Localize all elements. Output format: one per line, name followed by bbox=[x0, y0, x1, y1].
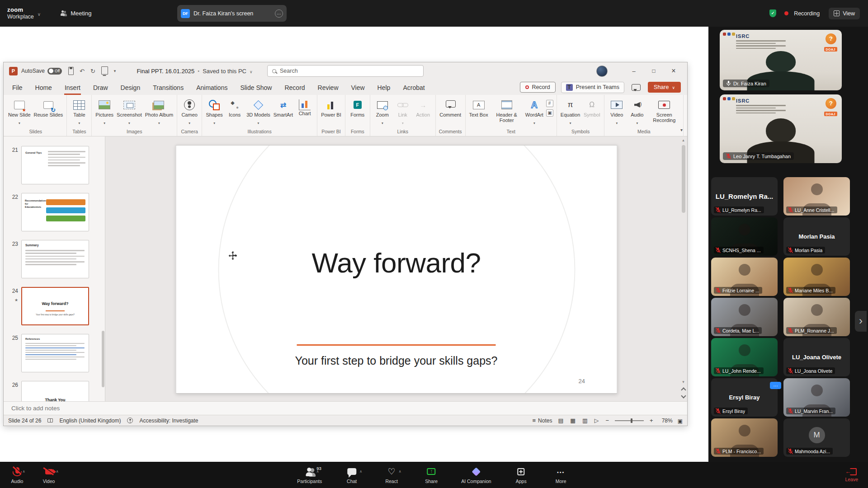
scroll-up-icon[interactable] bbox=[682, 138, 684, 142]
chevron-up-icon[interactable] bbox=[316, 466, 319, 474]
maximize-button[interactable] bbox=[644, 62, 664, 80]
chevron-up-icon[interactable] bbox=[359, 466, 362, 474]
notes-pane[interactable]: Click to add notes bbox=[4, 401, 687, 415]
participant-tile[interactable]: MMahmooda Azi... bbox=[783, 418, 850, 457]
expand-gallery-button[interactable] bbox=[855, 311, 867, 332]
menu-slide-show[interactable]: Slide Show bbox=[240, 80, 272, 95]
ribbon-cameo-button[interactable]: Cameo bbox=[179, 96, 199, 127]
object-icon[interactable] bbox=[546, 109, 553, 117]
participant-tile[interactable]: LU_John Rende... bbox=[711, 338, 778, 376]
react-button[interactable]: React bbox=[382, 466, 401, 484]
chevron-up-icon[interactable] bbox=[399, 466, 401, 474]
scroll-down-icon[interactable] bbox=[682, 380, 684, 384]
participant-tile[interactable]: LU_Marvin Fran... bbox=[783, 378, 850, 417]
zoom-in-button[interactable]: + bbox=[649, 417, 654, 424]
meeting-tab[interactable]: Meeting bbox=[56, 7, 96, 19]
participant-tile[interactable]: LU_Joana OliveteLU_Joana Olivete bbox=[783, 338, 850, 376]
accessibility-status[interactable]: Accessibility: Investigate bbox=[139, 418, 198, 424]
slideshow-button[interactable] bbox=[594, 417, 600, 424]
ribbon-screen-recording-button[interactable]: Screen Recording bbox=[647, 96, 681, 124]
ribbon-equation-button[interactable]: Equation bbox=[559, 96, 581, 127]
slide-thumb-row[interactable]: 22Recommendations for Educationists bbox=[4, 193, 105, 231]
ribbon-pictures-button[interactable]: Pictures bbox=[94, 96, 115, 127]
slide-thumb-row[interactable]: 26Thank You bbox=[4, 381, 105, 401]
redo-icon[interactable] bbox=[90, 67, 95, 75]
account-avatar[interactable] bbox=[596, 66, 608, 77]
audio-button[interactable]: Audio bbox=[7, 466, 27, 484]
slide-thumbnail[interactable]: Summary bbox=[21, 240, 89, 278]
close-button[interactable] bbox=[664, 62, 684, 80]
share-button[interactable]: Share bbox=[648, 82, 681, 93]
autosave-toggle[interactable]: AutoSave Off bbox=[21, 68, 62, 75]
ribbon-screenshot-button[interactable]: Screenshot bbox=[115, 96, 143, 127]
participant-tile[interactable]: Mariane Miles B... bbox=[783, 258, 850, 296]
fit-to-window-icon[interactable] bbox=[678, 417, 683, 425]
reading-view-button[interactable] bbox=[581, 417, 589, 424]
ribbon-zoom-button[interactable]: Zoom bbox=[373, 96, 392, 127]
slide-number-icon[interactable] bbox=[546, 100, 553, 107]
ribbon-wordart-button[interactable]: WordArt bbox=[524, 96, 545, 127]
slide-thumb-row[interactable]: 23Summary bbox=[4, 240, 105, 278]
zoom-slider[interactable] bbox=[615, 420, 644, 421]
recording-indicator[interactable]: Recording bbox=[794, 10, 820, 17]
ribbon-new-slide-button[interactable]: New Slide bbox=[7, 96, 32, 127]
menu-insert[interactable]: Insert bbox=[64, 80, 81, 95]
record-button[interactable]: Record bbox=[520, 82, 555, 93]
more-reactions-badge[interactable] bbox=[770, 382, 781, 389]
slide-thumb-row[interactable]: 25References bbox=[4, 334, 105, 372]
participant-tile[interactable]: LU_Romelyn Ra...LU_Romelyn Ra... bbox=[711, 177, 778, 216]
participant-tile[interactable]: Ersyl BirayErsyl Biray bbox=[711, 378, 778, 417]
encryption-shield-icon[interactable] bbox=[769, 9, 776, 17]
document-title[interactable]: Final PPT. 16.01.2025 • Saved to this PC bbox=[137, 67, 252, 75]
menu-record[interactable]: Record bbox=[284, 80, 305, 95]
menu-acrobat[interactable]: Acrobat bbox=[402, 80, 425, 95]
chevron-down-icon[interactable] bbox=[38, 9, 41, 18]
menu-view[interactable]: View bbox=[351, 80, 365, 95]
slide-thumbnail[interactable]: Thank You bbox=[21, 381, 89, 401]
video-button[interactable]: Video bbox=[39, 466, 59, 484]
notes-toggle[interactable]: Notes bbox=[532, 417, 552, 424]
ribbon-forms-button[interactable]: Forms bbox=[348, 96, 368, 118]
slide-canvas[interactable]: Way forward? Your first step to bridge y… bbox=[175, 145, 617, 394]
slide-thumbnail[interactable]: General Tips bbox=[21, 146, 89, 184]
participant-tile[interactable]: PLM - Francisco... bbox=[711, 418, 778, 457]
more-options-icon[interactable] bbox=[275, 9, 283, 18]
comments-icon[interactable] bbox=[632, 84, 641, 91]
slide-sorter-button[interactable] bbox=[569, 417, 576, 424]
shared-screen-tab[interactable]: DF Dr. Faiza Kiran's screen bbox=[177, 5, 287, 22]
menu-file[interactable]: File bbox=[12, 80, 23, 95]
previous-slide-icon[interactable] bbox=[681, 387, 686, 392]
menu-home[interactable]: Home bbox=[35, 80, 52, 95]
view-button[interactable]: View bbox=[829, 8, 860, 19]
slide-thumb-row[interactable]: 21General Tips bbox=[4, 146, 105, 184]
ribbon-text-box-button[interactable]: Text Box bbox=[468, 96, 490, 118]
ribbon-power-bi-button[interactable]: Power BI bbox=[320, 96, 343, 118]
ribbon-video-button[interactable]: Video bbox=[607, 96, 627, 127]
language-indicator[interactable]: English (United Kingdom) bbox=[59, 418, 121, 424]
zoom-out-button[interactable]: − bbox=[604, 417, 610, 424]
video-tile[interactable]: ISRCDOAJDr. Faiza Kiran bbox=[720, 30, 842, 90]
participant-tile[interactable]: Fritzie Lorraine ... bbox=[711, 258, 778, 296]
ribbon-3d-models-button[interactable]: 3D Models bbox=[245, 96, 272, 127]
menu-help[interactable]: Help bbox=[377, 80, 391, 95]
ribbon-audio-button[interactable]: Audio bbox=[627, 96, 647, 127]
ai-companion-button[interactable]: AI Companion bbox=[461, 466, 491, 484]
menu-draw[interactable]: Draw bbox=[93, 80, 108, 95]
slide-thumbnail[interactable]: Way forward?Your first step to bridge yo… bbox=[21, 287, 89, 325]
participant-tile[interactable]: LU_Anne Cristell... bbox=[783, 177, 850, 216]
ribbon-photo-album-button[interactable]: Photo Album bbox=[144, 96, 175, 127]
ribbon-icons-button[interactable]: Icons bbox=[225, 96, 245, 118]
zoom-percentage[interactable]: 78% bbox=[659, 418, 673, 424]
search-input[interactable] bbox=[280, 68, 419, 74]
video-tile[interactable]: ISRCDOAJLeo Janry T. Tumbagahan bbox=[720, 94, 842, 163]
slide-thumb-row[interactable]: 24Way forward?Your first step to bridge … bbox=[4, 287, 105, 325]
participant-tile[interactable]: Cordeta, Mae L... bbox=[711, 298, 778, 336]
participant-tile[interactable]: PLM_Ronanne J... bbox=[783, 298, 850, 336]
more-button[interactable]: More bbox=[551, 466, 571, 484]
next-slide-icon[interactable] bbox=[681, 393, 686, 398]
chevron-up-icon[interactable] bbox=[23, 466, 25, 474]
collapse-ribbon-icon[interactable] bbox=[680, 125, 683, 133]
search-bar[interactable] bbox=[267, 65, 424, 77]
menu-design[interactable]: Design bbox=[120, 80, 141, 95]
participant-tile[interactable]: Morlan PasiaMorlan Pasia bbox=[783, 217, 850, 256]
